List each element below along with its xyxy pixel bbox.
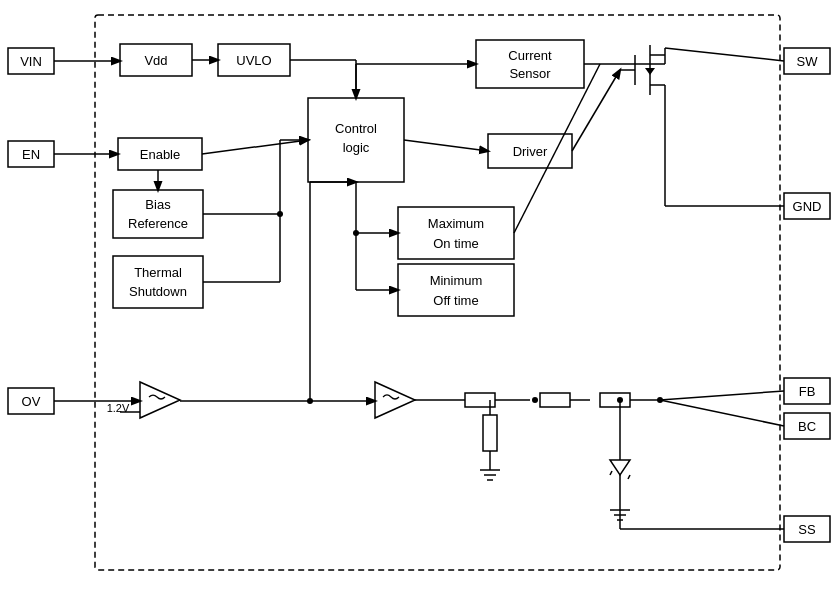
wire-Enable-CL [202,140,308,154]
block-currentsensor-line1: Current [508,48,552,63]
zener-body [610,460,630,475]
wire-bus-BC [660,400,784,426]
block-controllogic-line1: Control [335,121,377,136]
block-biasref-line1: Bias [145,197,171,212]
block-enable-label: Enable [140,147,180,162]
block-thermal [113,256,203,308]
resistor4 [483,415,497,451]
zener-bend-left [610,471,612,475]
zener-bend-right [628,475,630,479]
block-minofftime-line1: Minimum [430,273,483,288]
junction-r1-r2 [532,397,538,403]
block-minofftime [398,264,514,316]
junction-zener-bus [617,397,623,403]
comp-FB [375,382,415,418]
pin-SW-label: SW [797,54,819,69]
resistor3 [600,393,630,407]
junction-FB-BC [657,397,663,403]
block-maxontime-line1: Maximum [428,216,484,231]
comp-OV [140,382,180,418]
block-currentsensor-line2: Sensor [509,66,551,81]
pin-GND-label: GND [793,199,822,214]
mosfet-arrow [645,68,655,75]
diagram-container: VIN EN OV SW GND FB BC SS Vdd UVLO Enabl… [0,0,835,589]
pin-FB-label: FB [799,384,816,399]
junction-maxon [353,230,359,236]
block-minofftime-line2: Off time [433,293,478,308]
pin-VIN-label: VIN [20,54,42,69]
pin-EN-label: EN [22,147,40,162]
block-thermal-line1: Thermal [134,265,182,280]
wire-SW-out [665,48,784,61]
block-uvlo-label: UVLO [236,53,271,68]
block-thermal-line2: Shutdown [129,284,187,299]
block-maxontime [398,207,514,259]
junction-OVcomp-CL [307,398,313,404]
pin-SS-label: SS [798,522,816,537]
block-maxontime-line2: On time [433,236,479,251]
junction-biasref-thermal [277,211,283,217]
wire-CL-Driver [404,140,488,151]
block-vdd-label: Vdd [144,53,167,68]
block-driver-label: Driver [513,144,548,159]
block-biasref-line2: Reference [128,216,188,231]
block-controllogic-line2: logic [343,140,370,155]
pin-BC-label: BC [798,419,816,434]
wire-bus-FB [660,391,784,400]
pin-OV-label: OV [22,394,41,409]
resistor2 [540,393,570,407]
